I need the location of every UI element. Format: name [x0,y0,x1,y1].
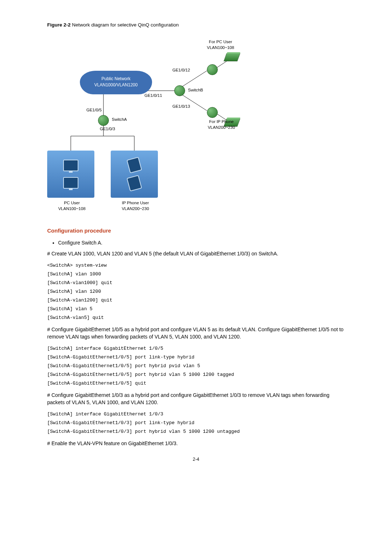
switchb-label: SwitchB [188,87,203,93]
code-block: [SwitchA] interface GigabitEthernet 1/0/… [47,410,345,436]
phone-icon [127,157,142,173]
ip-phone-user-box [111,151,158,198]
figure-caption: Figure 2-2 Network diagram for selective… [47,22,345,29]
paragraph: # Configure GigabitEthernet 1/0/3 as a h… [47,391,345,406]
ge-1-0-5-label: GE1/0/5 [86,107,102,113]
cloud-line2: VLAN1000/VLAN1200 [84,82,148,88]
monitor-icon [63,177,78,189]
pc-user-box [47,151,94,198]
figure-label: Figure 2-2 [47,22,71,28]
bullet-list: Configure Switch A. [58,239,345,247]
public-network-cloud: Public Network VLAN1000/VLAN1200 [80,71,152,95]
switchb-icon [174,85,185,96]
section-heading: Configuration procedure [47,227,345,234]
switcha-icon [98,115,109,126]
ge-1-0-13-label: GE1/0/13 [172,103,190,109]
network-diagram: Public Network VLAN1000/VLAN1200 SwitchB… [47,34,269,212]
remote-switch-pc-icon [207,64,218,75]
ip-phone-right-label: For IP PhoneVLAN200~230 [189,119,254,130]
pc-user-bottom-label: PC UserVLAN100~108 [54,200,90,212]
ge-1-0-11-label: GE1/0/11 [144,93,162,98]
phone-icon [127,175,142,192]
list-item: Configure Switch A. [58,239,345,247]
pc-user-top-label: For PC UserVLAN100~108 [207,39,234,50]
figure-caption-text: Network diagram for selective QinQ confi… [72,22,179,28]
code-block: <SwitchA> system-view [SwitchA] vlan 100… [47,261,345,322]
remote-switch-phone-icon [207,107,218,118]
paragraph: # Create VLAN 1000, VLAN 1200 and VLAN 5… [47,250,345,257]
remote-device-pc-icon [224,53,240,61]
code-block: [SwitchA] interface GigabitEthernet 1/0/… [47,344,345,388]
paragraph: # Enable the VLAN-VPN feature on Gigabit… [47,440,345,447]
switcha-label: SwitchA [112,116,127,122]
monitor-icon [63,160,78,171]
ip-phone-user-bottom-label: IP Phone UserVLAN200~230 [115,200,155,212]
ge-1-0-3-label: GE1/0/3 [100,126,115,132]
page-number: 2-4 [47,456,345,463]
paragraph: # Configure GigabitEthernet 1/0/5 as a h… [47,326,345,341]
ge-1-0-12-label: GE1/0/12 [172,67,190,73]
cloud-line1: Public Network [84,76,148,82]
